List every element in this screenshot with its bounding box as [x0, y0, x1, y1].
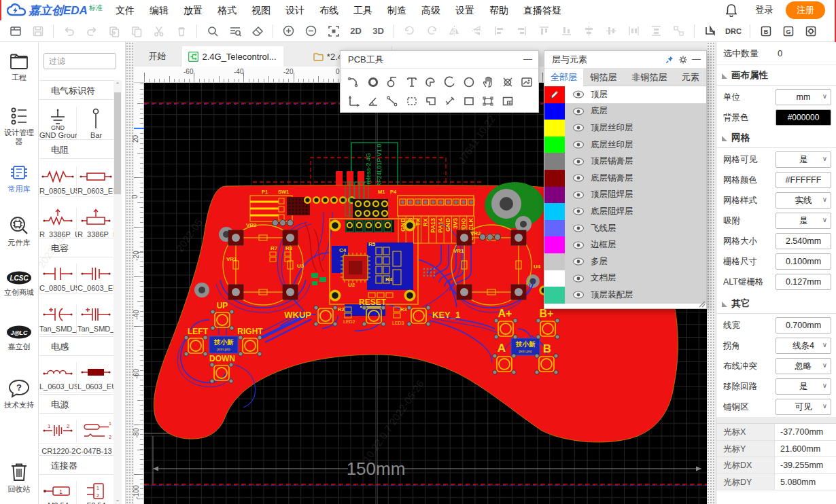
layers-settings-gear-icon[interactable]	[679, 56, 687, 64]
gerber-export-icon[interactable]: G	[777, 22, 799, 40]
layer-visibility-eye-icon[interactable]	[572, 224, 585, 232]
rotate-cw-icon[interactable]	[421, 22, 443, 40]
library-item-battery[interactable]: 12	[39, 420, 77, 444]
layer-visibility-eye-icon[interactable]	[572, 90, 585, 98]
scroll-down-arrow[interactable]: ⌄	[114, 494, 122, 504]
scroll-up-arrow[interactable]: ⌃	[114, 80, 122, 90]
tool-origin-icon[interactable]	[345, 92, 364, 111]
view-3d-button[interactable]: 3D	[372, 26, 384, 36]
pin-icon[interactable]	[665, 56, 674, 64]
layer-color-swatch[interactable]	[544, 120, 565, 137]
library-item-conn2[interactable]: 12 F2.54	[77, 481, 115, 504]
library-item-conn1[interactable]: 1 M2.54	[39, 481, 77, 504]
layer-visibility-eye-icon[interactable]	[572, 291, 585, 299]
align-left-icon[interactable]	[488, 22, 510, 40]
layer-visibility-eye-icon[interactable]	[572, 158, 585, 166]
layer-color-swatch[interactable]	[544, 153, 565, 170]
layer-visibility-eye-icon[interactable]	[572, 274, 585, 283]
layer-visibility-eye-icon[interactable]	[572, 124, 585, 132]
layer-color-swatch[interactable]	[544, 253, 565, 270]
layer-visibility-eye-icon[interactable]	[572, 191, 585, 199]
redo-icon[interactable]	[80, 22, 103, 40]
layer-color-swatch[interactable]	[544, 203, 565, 220]
section-grid[interactable]: 网格	[716, 128, 836, 148]
conflict-select[interactable]: 忽略∨	[776, 358, 831, 374]
tool-panelize-icon[interactable]	[498, 92, 517, 111]
align-top-icon[interactable]	[533, 22, 555, 40]
bg-color-value[interactable]: #000000	[776, 109, 831, 126]
menu-design[interactable]: 设计	[278, 0, 312, 20]
menu-advanced[interactable]: 高级	[414, 0, 448, 20]
layers-tab-copper[interactable]: 铜箔层	[583, 69, 624, 86]
layer-visibility-eye-icon[interactable]	[572, 207, 585, 215]
sidebar-item-common-library[interactable]: 常用库	[0, 163, 38, 194]
distribute-h-icon[interactable]	[623, 22, 645, 40]
tool-arc2-icon[interactable]	[440, 73, 459, 92]
register-button[interactable]: 注册	[786, 1, 825, 19]
view-2d-button[interactable]: 2D	[350, 26, 362, 36]
tool-image-icon[interactable]	[517, 73, 536, 92]
menu-route[interactable]: 布线	[312, 0, 346, 20]
layer-color-swatch[interactable]	[544, 86, 565, 103]
new-file-icon[interactable]	[4, 22, 27, 40]
layers-tab-elements[interactable]: 元素	[675, 69, 706, 86]
section-other[interactable]: 其它	[716, 293, 836, 314]
grid-style-select[interactable]: 实线∨	[776, 192, 831, 209]
tool-spacing-icon[interactable]	[440, 92, 459, 111]
menu-tools[interactable]: 工具	[346, 0, 380, 20]
tab-home[interactable]: 开始	[134, 46, 181, 67]
menu-view[interactable]: 视图	[244, 0, 278, 20]
save-icon[interactable]	[27, 22, 49, 40]
search-icon[interactable]	[201, 22, 224, 40]
sidebar-item-jlc[interactable]: J◎LC 嘉立创	[0, 325, 38, 351]
layer-visibility-eye-icon[interactable]	[572, 141, 585, 149]
eraser-icon[interactable]	[246, 22, 268, 40]
tool-angle-icon[interactable]	[364, 92, 383, 111]
layer-color-swatch[interactable]	[544, 236, 565, 253]
notification-bell-icon[interactable]	[725, 3, 737, 17]
pcb-tools-minimize[interactable]: —	[523, 55, 532, 63]
delete-icon[interactable]	[170, 22, 192, 40]
tool-text-icon[interactable]	[402, 73, 421, 92]
group-icon[interactable]	[667, 22, 690, 40]
layer-row[interactable]: 顶层丝印层	[544, 120, 706, 137]
layer-color-swatch[interactable]	[544, 137, 565, 154]
align-bottom-icon[interactable]	[555, 22, 578, 40]
snap-select[interactable]: 是∨	[776, 213, 831, 229]
library-item-gnd[interactable]: GND GND Ground	[39, 107, 77, 141]
library-item-probe[interactable]: 12	[77, 420, 115, 444]
layer-color-swatch[interactable]	[544, 187, 565, 204]
menu-place[interactable]: 放置	[176, 0, 210, 20]
sidebar-item-design-manager[interactable]: 设计管理器	[0, 107, 38, 146]
library-filter-input[interactable]: 过滤	[43, 53, 116, 69]
layer-row[interactable]: 多层	[544, 253, 706, 270]
layer-row[interactable]: 文档层	[544, 270, 706, 287]
tool-pad-icon[interactable]	[364, 73, 383, 92]
pick-place-export-icon[interactable]	[799, 22, 822, 40]
undo-icon[interactable]	[58, 22, 80, 40]
library-section-power[interactable]: 电源	[39, 394, 114, 414]
library-item-r3386e[interactable]: R_3386P_E	[77, 207, 115, 240]
menu-live-qa[interactable]: 直播答疑	[516, 0, 569, 20]
grid-size-input[interactable]: 2.540mm	[776, 233, 831, 249]
layer-color-swatch[interactable]	[544, 287, 565, 304]
layer-visibility-eye-icon[interactable]	[572, 107, 585, 115]
align-center-v-icon[interactable]	[600, 22, 623, 40]
tool-arc-icon[interactable]	[421, 73, 440, 92]
layer-color-swatch[interactable]	[544, 270, 565, 287]
corner-select[interactable]: 线条4∨	[776, 338, 831, 354]
library-item-l0603us[interactable]: L_0603_US	[39, 362, 77, 393]
library-item-r0805[interactable]: R_0805_US	[39, 166, 77, 197]
grid-color-input[interactable]: #FFFFFF	[776, 172, 831, 188]
library-item-r0603[interactable]: R_0603_EU	[77, 166, 115, 197]
pcb-tools-title[interactable]: PCB工具	[341, 51, 538, 69]
menu-format[interactable]: 格式	[210, 0, 244, 20]
layer-row[interactable]: 顶层锡膏层	[544, 153, 706, 170]
zoom-out-icon[interactable]	[300, 22, 322, 40]
library-item-tan1[interactable]: Tan_SMD_A	[39, 304, 77, 335]
alt-grid-input[interactable]: 0.127mm	[776, 274, 831, 290]
find-similar-icon[interactable]	[224, 22, 246, 40]
cut-icon[interactable]	[147, 22, 170, 40]
flip-horizontal-icon[interactable]	[443, 22, 466, 40]
layer-row[interactable]: 飞线层	[544, 220, 706, 237]
